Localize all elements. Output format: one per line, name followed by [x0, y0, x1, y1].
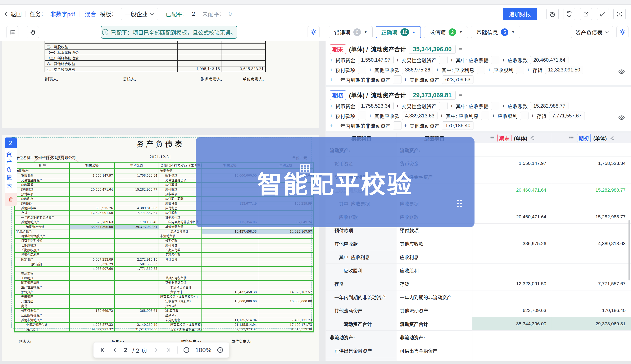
template-select[interactable]: 一般企业: [121, 8, 158, 20]
ending-value-cell[interactable]: 12,323,091.50: [472, 277, 552, 290]
vertical-scrollbar[interactable]: [628, 220, 630, 280]
table-row[interactable]: 其中: 应收利息应收利息: [326, 250, 631, 264]
list-icon[interactable]: [489, 135, 495, 142]
formula-total-value[interactable]: 35,344,396.00: [409, 45, 456, 54]
beginning-value-cell[interactable]: 15,282,988.77: [552, 210, 631, 223]
beginning-value-cell[interactable]: [552, 170, 631, 183]
term-value-box[interactable]: [439, 102, 448, 110]
eye-icon[interactable]: [616, 66, 627, 77]
task-name-link[interactable]: 非数字pdf: [50, 10, 75, 18]
tab-error-items[interactable]: 错误项 0 ▼: [329, 26, 373, 38]
beginning-value-cell[interactable]: 7,771,557.67: [552, 277, 631, 290]
beginning-value-cell[interactable]: [552, 224, 631, 237]
table-row[interactable]: 流动资产合计流动资产合计35,344,396.0029,373,069.81: [326, 317, 631, 330]
term-value-box[interactable]: 1,550,147.97: [358, 56, 393, 64]
beginning-value-cell[interactable]: [552, 290, 631, 304]
panel-settings-gear-icon[interactable]: [616, 26, 628, 38]
prev-page-icon[interactable]: [111, 346, 119, 354]
beginning-value-cell[interactable]: [552, 143, 631, 156]
ending-value-cell[interactable]: [472, 170, 552, 183]
sheet-side-tab[interactable]: 2 资产负债表: [5, 138, 17, 206]
ending-value-cell[interactable]: 20,460,471.64: [472, 184, 552, 197]
current-page[interactable]: 2: [124, 346, 127, 354]
text-recognize-icon[interactable]: A: [613, 8, 625, 20]
ending-value-cell[interactable]: [472, 143, 552, 156]
eye-icon[interactable]: [616, 112, 627, 123]
term-value-box[interactable]: [477, 66, 485, 74]
term-value-box[interactable]: [439, 56, 448, 64]
table-row[interactable]: 应收股利应收股利: [326, 264, 631, 277]
ending-value-cell[interactable]: [472, 197, 552, 210]
beginning-value-cell[interactable]: 1,758,523.34: [552, 157, 631, 170]
term-value-box[interactable]: 20,460,471.64: [530, 56, 568, 64]
term-value-box[interactable]: 7,771,557.67: [549, 112, 585, 120]
list-icon[interactable]: [569, 135, 574, 142]
beginning-value-cell[interactable]: 4,389,813.63: [552, 237, 631, 250]
beginning-value-cell[interactable]: [552, 264, 631, 277]
last-page-icon[interactable]: [165, 346, 172, 354]
refresh-icon[interactable]: [563, 8, 575, 20]
drag-handle[interactable]: [457, 200, 462, 207]
match-settings-gear-icon[interactable]: [308, 26, 320, 38]
table-row[interactable]: 非流动资产:非流动资产:: [326, 330, 631, 344]
table-row[interactable]: 其他应收款其他应收款386,975.264,389,813.63: [326, 237, 631, 250]
ending-value-cell[interactable]: 623,709.63: [472, 304, 552, 317]
term-value-box[interactable]: 15,282,988.77: [530, 102, 568, 110]
history-icon[interactable]: [546, 8, 559, 20]
delete-sheet-button[interactable]: [5, 193, 17, 206]
term-value-box[interactable]: [491, 102, 499, 110]
first-page-icon[interactable]: [99, 346, 106, 354]
back-button[interactable]: 返回: [6, 10, 22, 18]
sheet-type-select[interactable]: 资产负债表: [571, 26, 613, 38]
ending-value-cell[interactable]: 35,344,396.00: [472, 317, 552, 330]
term-value-box[interactable]: [393, 76, 401, 84]
term-value-box[interactable]: [491, 56, 499, 64]
term-value-box[interactable]: [520, 112, 528, 120]
table-row[interactable]: 可供出售金融资产可供出售金融资产: [326, 344, 631, 357]
task-mode-link[interactable]: 混合: [85, 10, 96, 18]
term-value-box[interactable]: 4,389,813.63: [402, 112, 438, 120]
ending-value-cell[interactable]: [472, 250, 552, 264]
term-value-box[interactable]: [358, 66, 366, 74]
bottom-scrollbar-strip[interactable]: [0, 361, 631, 364]
beginning-value-cell[interactable]: [552, 250, 631, 264]
ending-value-cell[interactable]: 386,975.26: [472, 237, 552, 250]
edit-pencil-icon[interactable]: [530, 135, 535, 141]
beginning-value-cell[interactable]: 29,373,069.81: [552, 317, 631, 330]
beginning-value-cell[interactable]: [552, 344, 631, 357]
beginning-value-cell[interactable]: [552, 197, 631, 210]
next-page-icon[interactable]: [152, 346, 160, 354]
zoom-out-icon[interactable]: [183, 346, 190, 354]
table-row[interactable]: 其他流动资产其他流动资产623,709.63170,186.40: [326, 304, 631, 317]
hand-icon[interactable]: [27, 26, 39, 38]
term-value-box[interactable]: 170,186.40: [442, 122, 474, 130]
ending-value-cell[interactable]: [472, 344, 552, 357]
term-value-box[interactable]: 12,323,091.50: [545, 66, 583, 74]
tab-basic-info[interactable]: 基础信息 5 ▼: [471, 26, 520, 38]
tab-evaluated-items[interactable]: 求值项 2 ▼: [424, 26, 468, 38]
ending-value-cell[interactable]: [472, 290, 552, 304]
table-row[interactable]: 存货存货12,323,091.507,771,557.67: [326, 277, 631, 290]
beginning-value-cell[interactable]: 15,282,988.77: [552, 184, 631, 197]
ending-value-cell[interactable]: 1,550,147.97: [472, 157, 552, 170]
ending-value-cell[interactable]: [472, 264, 552, 277]
ending-value-cell[interactable]: 20,460,471.64: [472, 210, 552, 223]
edit-pencil-icon[interactable]: [609, 135, 614, 141]
term-value-box[interactable]: 386,975.26: [402, 66, 433, 74]
beginning-value-cell[interactable]: 170,186.40: [552, 304, 631, 317]
add-report-button[interactable]: 追加财报: [503, 8, 537, 20]
outline-icon[interactable]: [6, 26, 19, 38]
term-value-box[interactable]: [358, 112, 366, 120]
table-row[interactable]: 一年内到期的非流动资产一年内到期的非流动资产: [326, 290, 631, 304]
term-value-box[interactable]: [393, 122, 401, 130]
term-value-box[interactable]: [481, 112, 489, 120]
beginning-value-cell[interactable]: [552, 330, 631, 344]
ending-value-cell[interactable]: [472, 330, 552, 344]
fullscreen-icon[interactable]: [597, 8, 609, 20]
ending-value-cell[interactable]: [472, 224, 552, 237]
export-icon[interactable]: [580, 8, 592, 20]
term-value-box[interactable]: 623,709.63: [442, 76, 474, 84]
term-value-box[interactable]: [516, 66, 524, 74]
tab-correct-items[interactable]: 正确项 16 ▲: [376, 26, 421, 38]
zoom-in-icon[interactable]: [216, 346, 224, 354]
